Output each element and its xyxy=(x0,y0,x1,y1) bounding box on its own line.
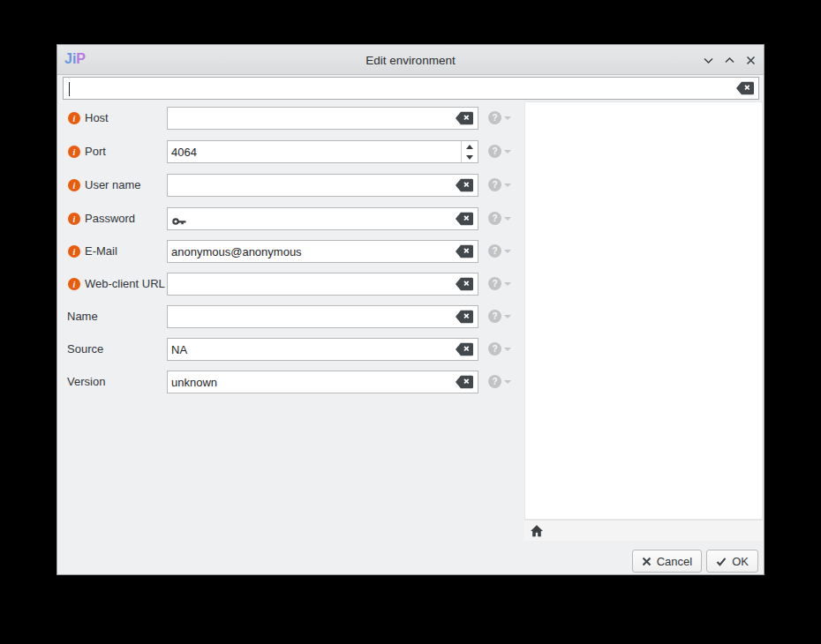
password-label: Password xyxy=(85,207,135,230)
clear-host-icon[interactable] xyxy=(456,112,473,125)
chevron-down-icon[interactable] xyxy=(504,116,511,120)
name-help[interactable]: ? xyxy=(488,310,511,323)
chevron-down-icon[interactable] xyxy=(504,282,511,286)
help-icon[interactable]: ? xyxy=(488,111,501,124)
info-icon[interactable]: i xyxy=(68,179,80,191)
clear-source-icon[interactable] xyxy=(456,343,473,356)
form-row-version: Version ? xyxy=(57,371,524,393)
spin-up-icon[interactable] xyxy=(462,141,478,152)
cancel-button[interactable]: Cancel xyxy=(632,550,702,573)
shade-window-icon[interactable] xyxy=(702,54,714,66)
text-caret xyxy=(69,82,70,96)
password-field-wrapper xyxy=(167,207,478,230)
port-field-wrapper xyxy=(167,140,478,163)
clear-username-icon[interactable] xyxy=(456,179,473,192)
host-label: Host xyxy=(85,107,109,130)
password-input[interactable] xyxy=(191,209,453,228)
version-input[interactable] xyxy=(171,372,453,392)
filter-input[interactable] xyxy=(67,79,732,98)
clear-version-icon[interactable] xyxy=(456,376,473,389)
username-label: User name xyxy=(85,174,141,197)
port-help[interactable]: ? xyxy=(488,145,511,158)
documentation-toolbar xyxy=(524,520,763,541)
chevron-down-icon[interactable] xyxy=(504,150,511,154)
spin-down-icon[interactable] xyxy=(462,152,478,162)
help-icon[interactable]: ? xyxy=(488,145,501,158)
form-row-email: i E-Mail ? xyxy=(57,240,524,263)
help-icon[interactable]: ? xyxy=(488,178,501,191)
email-help[interactable]: ? xyxy=(488,244,511,258)
chevron-down-icon[interactable] xyxy=(504,250,511,253)
clear-name-icon[interactable] xyxy=(456,311,473,324)
clear-email-icon[interactable] xyxy=(456,245,473,258)
key-icon xyxy=(172,214,188,225)
webclient-url-field-wrapper xyxy=(167,273,478,296)
port-spinner xyxy=(461,141,478,162)
window-title: Edit environment xyxy=(57,45,764,75)
form-row-port: i Port ? xyxy=(57,140,524,163)
form-row-name: Name ? xyxy=(57,305,524,328)
email-input[interactable] xyxy=(171,242,453,261)
window-controls xyxy=(702,45,757,75)
form-row-host: i Host ? xyxy=(57,107,524,130)
chevron-down-icon[interactable] xyxy=(504,380,511,384)
dialog-footer: Cancel OK xyxy=(632,550,758,573)
chevron-down-icon[interactable] xyxy=(504,217,511,221)
documentation-panel xyxy=(524,101,763,520)
chevron-down-icon[interactable] xyxy=(504,183,511,187)
host-help[interactable]: ? xyxy=(488,111,511,124)
form-row-username: i User name ? xyxy=(57,174,524,197)
form-row-webclient-url: i Web-client URL ? xyxy=(57,273,524,296)
maximize-window-icon[interactable] xyxy=(723,54,735,66)
help-icon[interactable]: ? xyxy=(488,375,501,388)
source-help[interactable]: ? xyxy=(488,342,511,356)
info-icon[interactable]: i xyxy=(68,146,80,158)
username-field-wrapper xyxy=(167,174,478,197)
help-icon[interactable]: ? xyxy=(488,277,501,290)
version-label: Version xyxy=(67,371,105,393)
filter-input-wrapper xyxy=(63,77,759,100)
source-input[interactable] xyxy=(171,340,453,359)
check-icon xyxy=(716,557,727,566)
clear-password-icon[interactable] xyxy=(456,213,473,226)
close-icon xyxy=(642,557,652,566)
version-field-wrapper xyxy=(167,371,478,393)
source-field-wrapper xyxy=(167,338,478,361)
chevron-down-icon[interactable] xyxy=(504,348,511,351)
clear-filter-icon[interactable] xyxy=(736,82,754,95)
help-icon[interactable]: ? xyxy=(488,244,501,258)
username-input[interactable] xyxy=(171,176,453,195)
help-icon[interactable]: ? xyxy=(488,342,501,356)
form-row-password: i Password ? xyxy=(57,207,524,230)
titlebar[interactable]: JiP Edit environment xyxy=(57,45,764,75)
info-icon[interactable]: i xyxy=(68,112,80,124)
name-input[interactable] xyxy=(171,307,453,326)
help-icon[interactable]: ? xyxy=(488,310,501,323)
name-label: Name xyxy=(67,305,98,328)
info-icon[interactable]: i xyxy=(68,213,80,225)
name-field-wrapper xyxy=(167,305,478,328)
password-help[interactable]: ? xyxy=(488,212,511,225)
close-window-icon[interactable] xyxy=(744,54,757,66)
edit-environment-dialog: JiP Edit environment i Host xyxy=(56,44,765,575)
webclient-url-label: Web-client URL xyxy=(85,273,165,296)
username-help[interactable]: ? xyxy=(488,178,511,191)
port-label: Port xyxy=(85,140,106,163)
webclient-url-input[interactable] xyxy=(171,274,453,294)
info-icon[interactable]: i xyxy=(68,245,80,258)
host-input[interactable] xyxy=(171,109,453,128)
ok-button[interactable]: OK xyxy=(706,550,758,573)
chevron-down-icon[interactable] xyxy=(504,315,511,318)
ok-button-label: OK xyxy=(732,555,749,568)
webclient-url-help[interactable]: ? xyxy=(488,277,511,290)
home-icon[interactable] xyxy=(530,524,544,538)
port-input[interactable] xyxy=(171,142,453,161)
email-label: E-Mail xyxy=(85,240,117,263)
form-row-source: Source ? xyxy=(57,338,524,361)
version-help[interactable]: ? xyxy=(488,375,511,388)
help-icon[interactable]: ? xyxy=(488,212,501,225)
email-field-wrapper xyxy=(167,240,478,263)
clear-webclient-url-icon[interactable] xyxy=(456,278,473,291)
host-field-wrapper xyxy=(167,107,478,130)
info-icon[interactable]: i xyxy=(68,278,80,290)
